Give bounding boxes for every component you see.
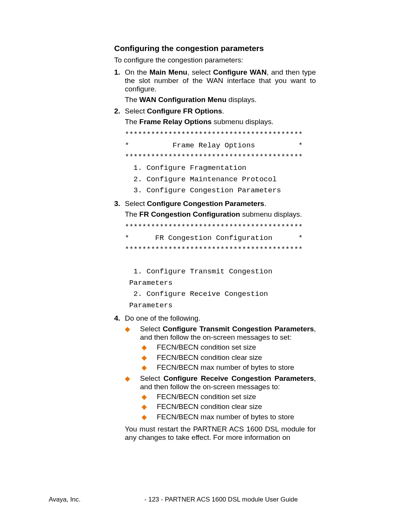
step-text: Select Configure FR Options. (125, 107, 316, 115)
bold-configure-fr: Configure FR Options (147, 107, 222, 115)
text: Select (140, 374, 163, 382)
sub-bullet-text: FECN/BECN max number of bytes to store (157, 413, 316, 422)
step-3: 3. Select Configure Congestion Parameter… (114, 200, 316, 208)
bold-configure-congestion: Configure Congestion Parameters (147, 200, 264, 208)
diamond-icon: ◆ (142, 413, 157, 422)
step-number: 4. (114, 314, 125, 323)
step-2: 2. Select Configure FR Options. (114, 107, 316, 115)
sub-bullet-item: ◆ FECN/BECN condition set size (142, 343, 316, 352)
main-content: Configuring the congestion parameters To… (114, 44, 316, 442)
diamond-icon: ◆ (142, 363, 157, 372)
step-2-sub: The Frame Relay Options submenu displays… (125, 118, 316, 126)
step-number: 3. (114, 200, 125, 208)
text: The (125, 210, 139, 218)
step-text: On the Main Menu, select Configure WAN, … (125, 68, 316, 93)
step-3-sub: The FR Congestion Configuration submenu … (125, 210, 316, 219)
diamond-icon: ◆ (125, 374, 140, 391)
diamond-icon: ◆ (142, 403, 157, 411)
sub-bullet-item: ◆ FECN/BECN max number of bytes to store (142, 363, 316, 372)
text: Select (125, 200, 147, 208)
footer-rest: - 123 - PARTNER ACS 1600 DSL module User… (81, 496, 362, 503)
text: displays. (226, 96, 256, 104)
text: , select (187, 68, 213, 76)
sub-bullet-group: ◆ FECN/BECN condition set size ◆ FECN/BE… (142, 343, 316, 372)
bullet-item: ◆ Select Configure Receive Congestion Pa… (125, 374, 316, 391)
bold-configure-wan: Configure WAN (213, 68, 267, 76)
bullet-text: Select Configure Receive Congestion Para… (140, 374, 316, 391)
diamond-icon: ◆ (142, 343, 157, 352)
sub-bullet-item: ◆ FECN/BECN condition clear size (142, 353, 316, 362)
text: On the (125, 68, 150, 76)
step-1-sub: The WAN Configuration Menu displays. (125, 96, 316, 104)
diamond-icon: ◆ (125, 325, 140, 342)
fr-congestion-menu-block: ****************************************… (125, 222, 316, 312)
bullet-text: Select Configure Transmit Congestion Par… (140, 325, 316, 342)
section-heading: Configuring the congestion parameters (114, 44, 316, 53)
footer-company: Avaya, Inc. (49, 496, 81, 503)
diamond-icon: ◆ (142, 353, 157, 362)
sub-bullet-item: ◆ FECN/BECN condition set size (142, 393, 316, 401)
step-number: 1. (114, 68, 125, 93)
text: Select (140, 325, 163, 333)
doc-title: PARTNER ACS 1600 DSL module User Guide (165, 496, 298, 503)
bold-transmit: Configure Transmit Congestion Parameters (163, 325, 314, 333)
intro-text: To configure the congestion parameters: (114, 56, 316, 64)
step-4: 4. Do one of the following. (114, 314, 316, 323)
bullet-group: ◆ Select Configure Transmit Congestion P… (125, 325, 316, 342)
text: submenu displays. (240, 210, 302, 218)
sub-bullet-group: ◆ FECN/BECN condition set size ◆ FECN/BE… (142, 393, 316, 422)
text: . (264, 200, 266, 208)
step-number: 2. (114, 107, 125, 115)
page-number: - 123 - (144, 496, 163, 503)
bold-fr-congestion-config: FR Congestion Configuration (139, 210, 240, 218)
bold-receive: Configure Receive Congestion Parameters (163, 374, 314, 382)
step-text: Select Configure Congestion Parameters. (125, 200, 316, 208)
sub-bullet-text: FECN/BECN condition clear size (157, 403, 316, 411)
bullet-group: ◆ Select Configure Receive Congestion Pa… (125, 374, 316, 391)
step-text: Do one of the following. (125, 314, 316, 323)
closing-text: You must restart the PARTNER ACS 1600 DS… (125, 425, 316, 442)
text: submenu displays. (212, 118, 274, 126)
bold-frame-relay-options: Frame Relay Options (139, 118, 212, 126)
page-footer: Avaya, Inc. - 123 - PARTNER ACS 1600 DSL… (49, 496, 362, 503)
sub-bullet-item: ◆ FECN/BECN max number of bytes to store (142, 413, 316, 422)
step-1: 1. On the Main Menu, select Configure WA… (114, 68, 316, 93)
frame-relay-menu-block: ****************************************… (125, 129, 316, 197)
text: The (125, 96, 139, 104)
text: . (222, 107, 224, 115)
bullet-item: ◆ Select Configure Transmit Congestion P… (125, 325, 316, 342)
sub-bullet-text: FECN/BECN condition set size (157, 343, 316, 352)
sub-bullet-text: FECN/BECN max number of bytes to store (157, 363, 316, 372)
bold-main-menu: Main Menu (150, 68, 187, 76)
diamond-icon: ◆ (142, 393, 157, 401)
text: The (125, 118, 139, 126)
text: Select (125, 107, 147, 115)
sub-bullet-item: ◆ FECN/BECN condition clear size (142, 403, 316, 411)
bold-wan-config-menu: WAN Configuration Menu (139, 96, 226, 104)
sub-bullet-text: FECN/BECN condition clear size (157, 353, 316, 362)
sub-bullet-text: FECN/BECN condition set size (157, 393, 316, 401)
